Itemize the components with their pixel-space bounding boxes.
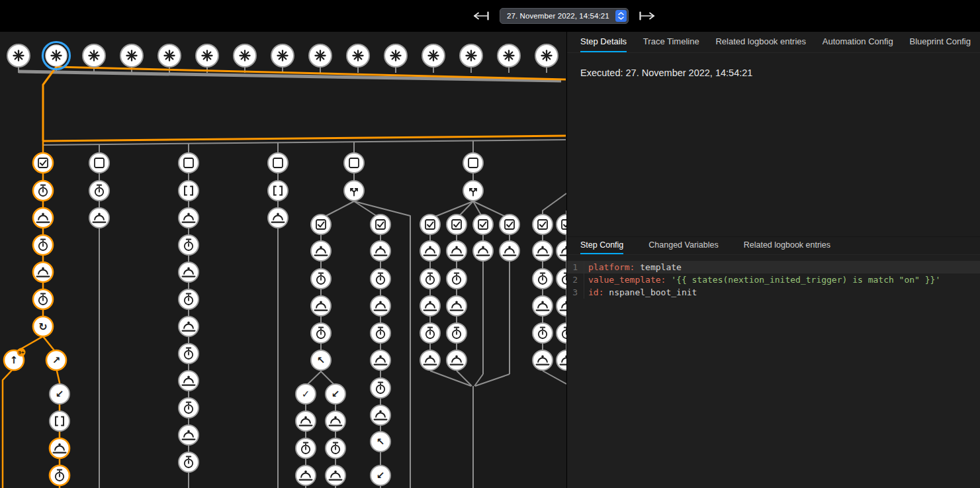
tab-trace-timeline[interactable]: Trace Timeline xyxy=(643,32,699,52)
graph-node-timer[interactable] xyxy=(33,181,53,201)
graph-node-brackets[interactable] xyxy=(50,411,69,431)
graph-node-timer[interactable] xyxy=(557,323,566,343)
graph-node-asterisk[interactable] xyxy=(460,44,482,67)
tab-step-config[interactable]: Step Config xyxy=(580,237,623,254)
graph-node-brackets[interactable] xyxy=(179,181,199,201)
graph-node-bell[interactable] xyxy=(557,296,566,316)
graph-node-timer[interactable] xyxy=(179,344,199,364)
graph-node-timer[interactable] xyxy=(557,269,566,289)
graph-node-arrow-sw[interactable]: ↙ xyxy=(50,384,69,404)
graph-node-asterisk[interactable] xyxy=(422,44,445,67)
graph-node-timer[interactable] xyxy=(420,269,440,289)
graph-node-timer[interactable] xyxy=(179,452,199,472)
graph-node-checkbox[interactable] xyxy=(473,215,493,234)
graph-node-split[interactable] xyxy=(344,181,364,201)
tab-changed-variables[interactable]: Changed Variables xyxy=(648,237,718,254)
graph-node-asterisk[interactable] xyxy=(83,44,105,67)
graph-node-timer[interactable] xyxy=(179,398,199,418)
graph-node-timer[interactable] xyxy=(311,269,331,289)
graph-node-timer[interactable] xyxy=(533,269,553,289)
graph-node-bell[interactable] xyxy=(533,241,553,261)
graph-node-timer[interactable] xyxy=(296,438,316,458)
graph-node-bell[interactable] xyxy=(371,405,390,425)
graph-node-timer[interactable] xyxy=(179,289,199,309)
previous-run-button[interactable] xyxy=(471,9,491,23)
graph-node-bell[interactable] xyxy=(179,371,199,391)
graph-node-arrow-sw[interactable]: ↙ xyxy=(326,384,345,404)
graph-node-bell[interactable] xyxy=(500,241,519,261)
graph-node-repeat[interactable]: ↻ xyxy=(33,317,53,336)
graph-node-bell[interactable] xyxy=(371,296,390,316)
graph-node-bell[interactable] xyxy=(371,350,390,370)
run-select[interactable]: 27. November 2022, 14:54:21 xyxy=(500,8,629,24)
graph-node-square[interactable] xyxy=(268,153,288,173)
graph-node-timer[interactable] xyxy=(533,323,553,343)
graph-node-bell[interactable] xyxy=(447,241,467,261)
graph-node-bell[interactable] xyxy=(311,241,331,261)
graph-node-asterisk[interactable] xyxy=(271,44,294,67)
graph-node-bell[interactable] xyxy=(268,208,288,228)
graph-node-bell[interactable] xyxy=(326,465,345,485)
graph-node-bell[interactable] xyxy=(371,241,390,261)
graph-node-bell[interactable] xyxy=(420,241,440,261)
graph-node-arrow-up[interactable]: ↑9+ xyxy=(4,348,26,371)
graph-node-square[interactable] xyxy=(344,153,364,173)
graph-node-bell[interactable] xyxy=(557,350,566,370)
graph-node-asterisk[interactable] xyxy=(498,44,520,67)
graph-node-square[interactable] xyxy=(179,153,199,173)
graph-node-timer[interactable] xyxy=(311,323,331,343)
graph-node-bell[interactable] xyxy=(296,411,316,431)
graph-node-asterisk[interactable] xyxy=(196,44,218,67)
tab-related-logbook-entries[interactable]: Related logbook entries xyxy=(715,32,806,52)
graph-node-timer[interactable] xyxy=(33,289,53,309)
graph-node-bell[interactable] xyxy=(326,411,345,431)
graph-node-bell[interactable] xyxy=(50,438,69,458)
graph-node-bell[interactable] xyxy=(533,350,553,370)
graph-node-timer[interactable] xyxy=(420,323,440,343)
graph-node-bell[interactable] xyxy=(473,241,493,261)
tab-blueprint-config[interactable]: Blueprint Config xyxy=(909,32,971,52)
graph-node-checkbox[interactable] xyxy=(447,215,467,234)
graph-node-asterisk[interactable] xyxy=(309,44,332,67)
graph-node-bell[interactable] xyxy=(179,208,199,228)
graph-node-arrow-nw[interactable]: ↖ xyxy=(371,432,390,452)
graph-node-split[interactable] xyxy=(463,181,483,201)
graph-node-bell[interactable] xyxy=(33,262,53,282)
graph-node-arrow-ne[interactable]: ↗ xyxy=(46,350,66,370)
graph-node-asterisk[interactable] xyxy=(120,44,143,67)
graph-node-checkbox[interactable] xyxy=(33,153,53,173)
graph-node-timer[interactable] xyxy=(371,378,390,398)
graph-node-asterisk[interactable] xyxy=(7,44,30,67)
tab-related-logbook-entries[interactable]: Related logbook entries xyxy=(744,237,830,254)
graph-node-arrow-sw[interactable]: ↙ xyxy=(371,465,390,485)
graph-node-timer[interactable] xyxy=(447,323,467,343)
graph-node-timer[interactable] xyxy=(326,438,345,458)
graph-node-bell[interactable] xyxy=(33,208,53,228)
graph-node-timer[interactable] xyxy=(179,235,199,255)
graph-node-brackets[interactable] xyxy=(268,181,288,201)
graph-node-timer[interactable] xyxy=(89,181,109,201)
graph-node-checkbox[interactable] xyxy=(311,215,331,234)
graph-node-asterisk[interactable] xyxy=(43,42,70,70)
graph-node-bell[interactable] xyxy=(420,296,440,316)
graph-node-asterisk[interactable] xyxy=(347,44,369,67)
graph-node-asterisk[interactable] xyxy=(535,44,558,67)
graph-node-timer[interactable] xyxy=(50,465,69,485)
graph-node-bell[interactable] xyxy=(296,465,316,485)
graph-node-bell[interactable] xyxy=(420,350,440,370)
graph-node-bell[interactable] xyxy=(179,262,199,282)
graph-node-timer[interactable] xyxy=(371,323,390,343)
graph-node-checkbox[interactable] xyxy=(420,215,440,234)
graph-node-timer[interactable] xyxy=(447,269,467,289)
graph-node-check[interactable]: ✓ xyxy=(296,384,316,404)
graph-node-checkbox[interactable] xyxy=(500,215,519,234)
graph-node-asterisk[interactable] xyxy=(158,44,181,67)
graph-node-bell[interactable] xyxy=(557,241,566,261)
graph-node-arrow-nw[interactable]: ↖ xyxy=(311,350,331,370)
tab-step-details[interactable]: Step Details xyxy=(580,32,627,52)
graph-node-timer[interactable] xyxy=(33,235,53,255)
graph-node-bell[interactable] xyxy=(311,296,331,316)
yaml-code-block[interactable]: 1platform: template2value_template: '{{ … xyxy=(567,255,980,488)
graph-node-bell[interactable] xyxy=(89,208,109,228)
next-run-button[interactable] xyxy=(637,9,657,23)
